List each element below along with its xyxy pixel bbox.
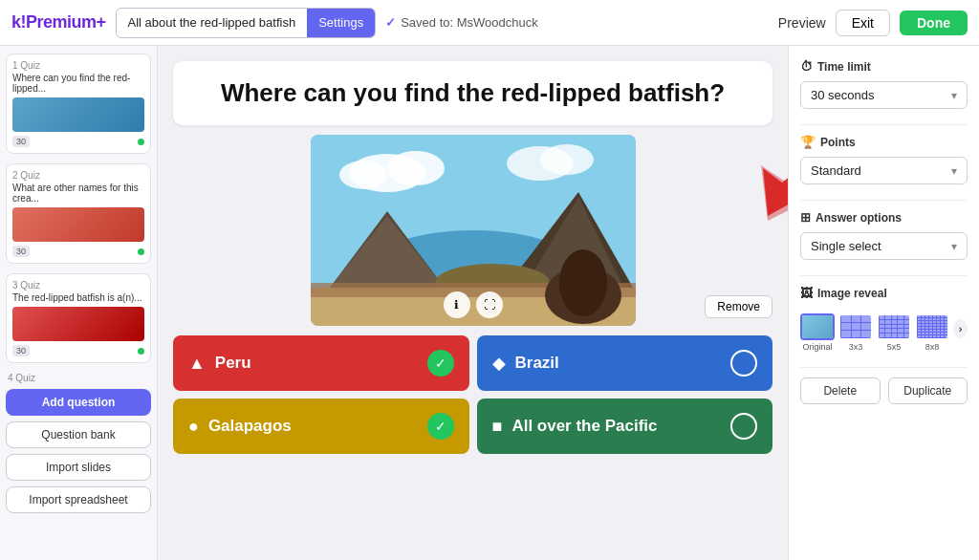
answer-peru-text: Peru (215, 354, 251, 373)
reveal-label-8x8: 8x8 (925, 342, 940, 352)
logo: k!Premium+ (11, 12, 106, 32)
answer-pacific-left: ■ All over the Pacific (492, 417, 658, 437)
points-icon: 🏆 (800, 135, 816, 149)
quiz-item-1-badge: 30 (12, 136, 30, 147)
time-limit-section: ⏱ Time limit 30 seconds ▾ (800, 59, 968, 109)
image-reveal-options: Original 3x3 (800, 308, 968, 352)
quiz-item-3-text: The red-lipped batfish is a(n)... (12, 292, 144, 303)
reveal-next-button[interactable]: › (953, 319, 968, 338)
delete-button[interactable]: Delete (800, 377, 881, 404)
svg-point-15 (559, 249, 607, 316)
points-section: 🏆 Points Standard ▾ (800, 135, 968, 184)
answer-options-section: ⊞ Answer options Single select ▾ (800, 210, 968, 260)
svg-point-5 (540, 144, 594, 175)
circle-icon: ● (188, 417, 199, 437)
quiz-item-1-text: Where can you find the red-lipped... (12, 73, 144, 94)
quiz-4-label: 4 Quiz (6, 373, 151, 383)
quiz-item-2-text: What are other names for this crea... (12, 183, 144, 204)
header: k!Premium+ All about the red-lipped batf… (0, 0, 979, 46)
exit-button[interactable]: Exit (836, 10, 890, 36)
title-pill: All about the red-lipped batfish Setting… (116, 8, 377, 38)
quiz-item-1-foot: 30 (12, 136, 144, 147)
preview-button[interactable]: Preview (778, 15, 826, 31)
duplicate-button[interactable]: Duplicate (888, 377, 968, 404)
image-reveal-section: 🖼 Image reveal Original (800, 286, 968, 352)
answer-galapagos[interactable]: ● Galapagos ✓ (173, 398, 469, 454)
quiz-item-2-dot (138, 248, 144, 255)
answer-galapagos-check: ✓ (427, 413, 454, 440)
quiz-item-1-dot (138, 139, 144, 145)
sidebar: 1 Quiz Where can you find the red-lipped… (0, 46, 158, 560)
answers-grid: ▲ Peru ✓ ◆ Brazil ● Galapagos ✓ (173, 335, 772, 454)
reveal-thumb-3x3[interactable] (838, 313, 873, 340)
saved-indicator: Saved to: MsWoodchuck (385, 15, 538, 30)
reveal-5x5: 5x5 (877, 313, 911, 352)
header-actions: Preview Exit Done (778, 10, 968, 36)
image-crop-button[interactable]: ⛶ (476, 291, 503, 318)
quiz-item-2-foot: 30 (12, 246, 144, 257)
import-spreadsheet-button[interactable]: Import spreadsheet (6, 486, 151, 513)
answer-brazil-check (730, 350, 757, 377)
sidebar-item-quiz-1[interactable]: 1 Quiz Where can you find the red-lipped… (6, 54, 151, 154)
quiz-item-2-badge: 30 (12, 246, 30, 257)
time-limit-chevron: ▾ (951, 89, 957, 102)
quiz-title: All about the red-lipped batfish (117, 15, 308, 30)
answer-galapagos-text: Galapagos (208, 417, 292, 436)
image-area: ℹ ⛶ Remove (173, 135, 772, 326)
answer-brazil[interactable]: ◆ Brazil (477, 335, 773, 391)
clock-icon: ⏱ (800, 59, 813, 74)
answer-pacific-text: All over the Pacific (511, 417, 657, 436)
answer-pacific-check (730, 413, 757, 440)
right-panel: ⏱ Time limit 30 seconds ▾ 🏆 Points Stand… (788, 46, 979, 560)
quiz-item-3-badge: 30 (12, 345, 30, 356)
image-reveal-icon: 🖼 (800, 286, 813, 300)
answer-peru[interactable]: ▲ Peru ✓ (173, 335, 469, 391)
reveal-label-5x5: 5x5 (887, 342, 902, 352)
svg-point-3 (339, 161, 387, 189)
remove-image-button[interactable]: Remove (705, 295, 772, 318)
panel-bottom-actions: Delete Duplicate (800, 377, 968, 404)
reveal-thumb-8x8[interactable] (915, 313, 949, 340)
add-question-button[interactable]: Add question (6, 389, 151, 416)
quiz-item-3-thumb (12, 307, 144, 341)
triangle-icon: ▲ (188, 354, 206, 374)
svg-point-2 (387, 151, 445, 185)
answer-brazil-left: ◆ Brazil (492, 353, 559, 374)
sidebar-item-quiz-2[interactable]: 2 Quiz What are other names for this cre… (6, 163, 151, 264)
points-label: 🏆 Points (800, 135, 968, 149)
diamond-icon: ◆ (492, 353, 506, 374)
answer-peru-check: ✓ (427, 350, 454, 377)
time-limit-label: ⏱ Time limit (800, 59, 968, 74)
square-icon: ■ (492, 417, 503, 437)
sidebar-item-quiz-3[interactable]: 3 Quiz The red-lipped batfish is a(n)...… (6, 273, 151, 363)
points-select[interactable]: Standard ▾ (800, 157, 968, 184)
answer-peru-left: ▲ Peru (188, 354, 251, 374)
answer-brazil-text: Brazil (515, 354, 559, 373)
svg-marker-17 (761, 111, 788, 221)
answer-options-label: ⊞ Answer options (800, 210, 968, 225)
center-content: Where can you find the red-lipped batfis… (158, 46, 788, 560)
reveal-original: Original (800, 313, 835, 352)
import-slides-button[interactable]: Import slides (6, 454, 151, 481)
main-layout: 1 Quiz Where can you find the red-lipped… (0, 46, 979, 560)
quiz-item-3-dot (138, 348, 144, 355)
answer-options-chevron: ▾ (951, 240, 957, 253)
image-info-button[interactable]: ℹ (444, 291, 470, 318)
answer-pacific[interactable]: ■ All over the Pacific (477, 398, 773, 454)
reveal-3x3: 3x3 (838, 313, 873, 352)
question-bank-button[interactable]: Question bank (6, 421, 151, 448)
done-button[interactable]: Done (900, 11, 968, 35)
question-box: Where can you find the red-lipped batfis… (173, 61, 772, 125)
quiz-item-1-num: 1 Quiz (12, 60, 144, 71)
quiz-item-3-foot: 30 (12, 345, 144, 356)
quiz-item-1-thumb (12, 97, 144, 132)
reveal-thumb-original[interactable] (800, 313, 835, 340)
answer-options-select[interactable]: Single select ▾ (800, 232, 968, 260)
reveal-grid: Original 3x3 (800, 313, 949, 352)
reveal-label-original: Original (802, 342, 832, 352)
reveal-label-3x3: 3x3 (849, 342, 863, 352)
time-limit-select[interactable]: 30 seconds ▾ (800, 81, 968, 109)
reveal-thumb-5x5[interactable] (877, 313, 911, 340)
options-icon: ⊞ (800, 210, 811, 225)
settings-button[interactable]: Settings (307, 9, 375, 37)
